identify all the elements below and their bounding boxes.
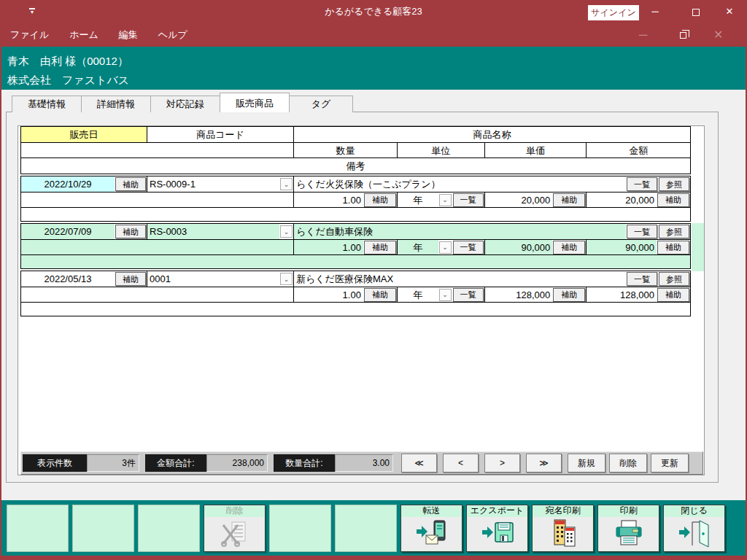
menu-file[interactable]: ファイル — [0, 23, 59, 47]
toolbar-button-label: 削除 — [204, 505, 265, 517]
amount-field[interactable]: 20,000 — [587, 192, 657, 207]
toolbar-button-transfer[interactable]: 転送 — [400, 505, 462, 552]
nav-prev-button[interactable]: < — [443, 454, 479, 472]
product-code-field[interactable]: 0001 — [147, 271, 279, 287]
delete-record-button[interactable]: 削除 — [609, 454, 647, 472]
amount-total-label: 金額合計: — [145, 454, 206, 472]
amount-field[interactable]: 90,000 — [587, 240, 657, 254]
unit-price-assist-button[interactable]: 補助 — [553, 288, 585, 302]
unit-field[interactable]: 年 — [398, 287, 438, 302]
product-code-field[interactable]: RS-0003 — [147, 224, 279, 239]
unit-price-field[interactable]: 128,000 — [485, 287, 553, 302]
sale-date-field[interactable]: 2022/05/13 — [21, 271, 115, 287]
product-code-dropdown-icon[interactable]: ⌄ — [280, 273, 293, 285]
minimize-icon[interactable]: ─ — [639, 0, 671, 23]
toolbar-slot-empty-1 — [7, 505, 69, 552]
unit-field[interactable]: 年 — [398, 192, 438, 207]
amount-total-value: 238,000 — [206, 454, 268, 472]
quantity-assist-button[interactable]: 補助 — [364, 193, 396, 207]
menu-edit[interactable]: 編集 — [109, 23, 148, 47]
unit-dropdown-icon[interactable]: ⌄ — [439, 194, 452, 206]
unit-price-assist-button[interactable]: 補助 — [553, 193, 585, 207]
unit-list-button[interactable]: 一覧 — [453, 193, 484, 207]
toolbar-button-address-print[interactable]: 宛名印刷 — [532, 505, 594, 552]
sale-date-field[interactable]: 2022/10/29 — [21, 176, 115, 192]
tab-label: 詳細情報 — [97, 98, 135, 109]
nav-first-button[interactable]: ≪ — [401, 454, 437, 472]
nav-last-button[interactable]: ≫ — [526, 454, 562, 472]
product-reference-button[interactable]: 参照 — [659, 177, 689, 191]
date-assist-button[interactable]: 補助 — [115, 177, 146, 191]
unit-list-button[interactable]: 一覧 — [453, 241, 484, 254]
toolbar-button-label: 宛名印刷 — [533, 505, 593, 517]
nav-next-button[interactable]: > — [484, 454, 520, 472]
product-reference-button[interactable]: 参照 — [659, 272, 689, 286]
product-list-button[interactable]: 一覧 — [627, 225, 657, 238]
toolbar-button-delete: 削除 — [204, 505, 266, 552]
maximize-icon[interactable] — [680, 0, 712, 23]
print-icon — [612, 519, 646, 548]
toolbar-slot-empty-2 — [72, 505, 134, 552]
product-name-field[interactable]: らくだ自動車保険 — [294, 224, 626, 239]
amount-assist-button[interactable]: 補助 — [657, 288, 689, 302]
toolbar-button-print[interactable]: 印刷 — [597, 505, 659, 552]
title-bar: ▾ かるがるできる顧客23 サインイン ─ ✕ — [0, 0, 747, 23]
toolbar-button-close[interactable]: 閉じる — [663, 505, 725, 552]
product-reference-button[interactable]: 参照 — [659, 225, 689, 238]
product-list-button[interactable]: 一覧 — [627, 272, 657, 286]
amount-field[interactable]: 128,000 — [587, 287, 657, 302]
sales-record: 2022/07/09 補助 RS-0003 ⌄ らくだ自動車保険 一覧 参照 1… — [20, 223, 691, 269]
export-icon — [481, 519, 514, 548]
quantity-field[interactable]: 1.00 — [294, 240, 363, 254]
product-name-field[interactable]: らくだ火災保険（一こぶプラン） — [294, 176, 626, 192]
close-icon[interactable]: ✕ — [713, 0, 746, 23]
tab-detail-info[interactable]: 詳細情報 — [81, 96, 151, 112]
remarks-field[interactable] — [21, 303, 690, 316]
new-record-button[interactable]: 新規 — [568, 454, 605, 472]
amount-assist-button[interactable]: 補助 — [657, 193, 689, 207]
toolbar-button-export[interactable]: エクスポート — [466, 505, 528, 552]
update-record-button[interactable]: 更新 — [651, 454, 689, 472]
quantity-assist-button[interactable]: 補助 — [364, 288, 396, 302]
unit-field[interactable]: 年 — [398, 240, 438, 254]
sales-record: 2022/10/29 補助 RS-0009-1 ⌄ らくだ火災保険（一こぶプラン… — [20, 176, 691, 222]
quantity-total-value: 3.00 — [335, 454, 393, 472]
quantity-field[interactable]: 1.00 — [294, 287, 363, 302]
header-quantity: 数量 — [294, 143, 398, 158]
tab-sold-products[interactable]: 販売商品 — [220, 93, 290, 112]
tab-basic-info[interactable]: 基礎情報 — [12, 96, 82, 112]
amount-assist-button[interactable]: 補助 — [657, 241, 689, 254]
sale-date-field[interactable]: 2022/07/09 — [21, 224, 115, 239]
menu-home[interactable]: ホーム — [59, 23, 109, 47]
date-assist-button[interactable]: 補助 — [115, 272, 146, 286]
unit-dropdown-icon[interactable]: ⌄ — [439, 241, 452, 254]
menu-help[interactable]: ヘルプ — [148, 23, 198, 47]
tab-tags[interactable]: タグ — [289, 96, 353, 112]
header-spacer — [21, 143, 294, 158]
product-list-button[interactable]: 一覧 — [627, 177, 657, 191]
header-sale-date[interactable]: 販売日 — [21, 127, 147, 142]
records-container: 2022/10/29 補助 RS-0009-1 ⌄ らくだ火災保険（一こぶプラン… — [20, 176, 691, 316]
date-assist-button[interactable]: 補助 — [115, 225, 146, 238]
table-header: 販売日 商品コード 商品名称 数量 単位 単価 金額 備考 — [20, 126, 691, 174]
unit-price-assist-button[interactable]: 補助 — [553, 241, 585, 254]
product-code-field[interactable]: RS-0009-1 — [147, 176, 279, 192]
remarks-field[interactable] — [21, 255, 690, 268]
unit-dropdown-icon[interactable]: ⌄ — [439, 289, 452, 301]
unit-price-field[interactable]: 90,000 — [485, 240, 553, 254]
product-code-dropdown-icon[interactable]: ⌄ — [280, 178, 293, 190]
tab-contact-log[interactable]: 対応記録 — [150, 96, 220, 112]
signin-button[interactable]: サインイン — [588, 5, 639, 20]
header-product-name: 商品名称 — [294, 127, 690, 142]
product-code-dropdown-icon[interactable]: ⌄ — [280, 225, 293, 238]
remarks-field[interactable] — [21, 208, 690, 221]
unit-list-button[interactable]: 一覧 — [453, 288, 484, 302]
toolbar-button-label: 転送 — [401, 505, 462, 517]
unit-price-field[interactable]: 20,000 — [485, 192, 553, 207]
child-restore-icon[interactable] — [680, 23, 686, 47]
tab-label: 基礎情報 — [28, 98, 66, 109]
customer-header: 青木 由利 様（00012） 株式会社 ファストバス — [0, 47, 747, 90]
quantity-field[interactable]: 1.00 — [294, 192, 363, 207]
quantity-assist-button[interactable]: 補助 — [364, 241, 396, 254]
product-name-field[interactable]: 新らくだ医療保険MAX — [294, 271, 626, 287]
